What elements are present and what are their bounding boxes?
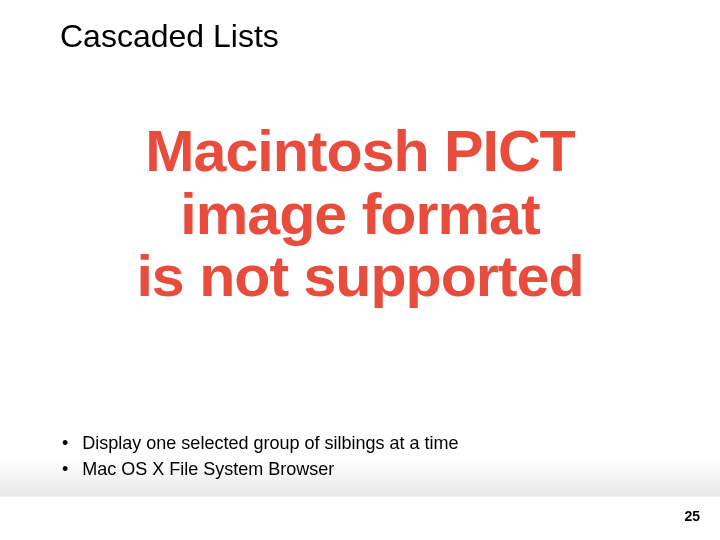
footer — [0, 496, 720, 540]
slide: Cascaded Lists Macintosh PICT image form… — [0, 0, 720, 540]
bullet-icon: • — [62, 458, 68, 480]
error-line-3: is not supported — [0, 245, 720, 308]
error-line-2: image format — [0, 183, 720, 246]
slide-title: Cascaded Lists — [60, 18, 279, 55]
page-number: 25 — [684, 508, 700, 524]
bullet-text: Mac OS X File System Browser — [82, 458, 334, 480]
bullet-text: Display one selected group of silbings a… — [82, 432, 458, 454]
unsupported-image-placeholder: Macintosh PICT image format is not suppo… — [0, 120, 720, 308]
list-item: • Mac OS X File System Browser — [58, 458, 680, 480]
bullet-list: • Display one selected group of silbings… — [58, 432, 680, 484]
bullet-icon: • — [62, 432, 68, 454]
error-line-1: Macintosh PICT — [0, 120, 720, 183]
list-item: • Display one selected group of silbings… — [58, 432, 680, 454]
